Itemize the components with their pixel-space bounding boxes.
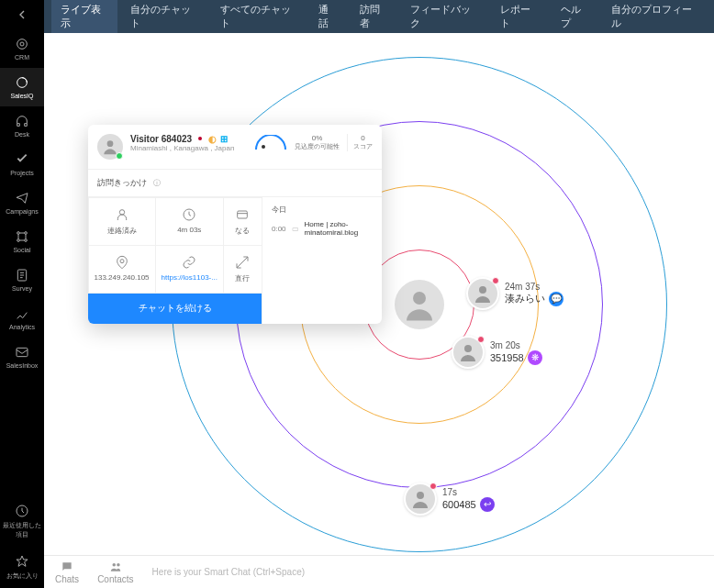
stat-duration: 4m 03s <box>155 197 224 246</box>
sidebar-item-recent[interactable]: 最近使用した項目 <box>0 496 44 547</box>
nav-my-chats[interactable]: 自分のチャット <box>121 0 206 33</box>
visitor-3[interactable]: 17s 600485 ↩ <box>404 483 495 516</box>
center-avatar <box>395 280 444 329</box>
visitor-name: 600485 <box>442 499 476 510</box>
sidebar-collapse[interactable] <box>0 0 44 29</box>
popup-stats-grid: 連絡済み 4m 03s なる 133.249.240.105 <box>88 197 262 293</box>
popup-visitor-id: Visitor 684023 <box>130 134 192 144</box>
svg-point-11 <box>479 286 486 294</box>
nav-visitors[interactable]: 訪問者 <box>351 0 397 33</box>
visitor-name: 湊みらい <box>505 292 545 305</box>
visitor-name: 351958 <box>490 352 524 363</box>
visitor-time: 24m 37s <box>505 282 563 292</box>
stat-url[interactable]: https://los1103-... <box>155 245 224 294</box>
nav-profile[interactable]: 自分のプロフィール <box>602 0 707 33</box>
snowflake-badge-icon: ❋ <box>528 350 542 365</box>
chrome-icon: ◐ <box>208 134 217 144</box>
top-nav: ライブ表示 自分のチャット すべてのチャット 通話 訪問者 フィードバック レポ… <box>44 0 714 33</box>
svg-rect-8 <box>17 348 28 356</box>
visitor-avatar <box>466 277 499 310</box>
stat-ip: 133.249.240.105 <box>88 245 156 294</box>
sidebar-item-campaigns[interactable]: Campaigns <box>0 183 44 222</box>
bottombar-chats[interactable]: Chats <box>55 560 79 584</box>
nav-all-chats[interactable]: すべてのチャット <box>211 0 307 33</box>
svg-point-6 <box>25 239 28 242</box>
svg-point-13 <box>417 492 424 499</box>
visitor-1[interactable]: 24m 37s 湊みらい 💬 <box>466 277 563 310</box>
chat-badge-icon: 💬 <box>549 292 563 306</box>
return-badge-icon: ↩ <box>480 497 495 512</box>
visitor-time: 3m 20s <box>490 340 542 350</box>
bottombar-contacts[interactable]: Contacts <box>97 560 133 584</box>
status-dot-icon <box>430 483 437 490</box>
svg-point-3 <box>17 232 20 235</box>
svg-point-4 <box>25 232 28 235</box>
svg-point-1 <box>20 42 24 46</box>
svg-point-0 <box>17 39 28 50</box>
nav-live-view[interactable]: ライブ表示 <box>51 0 117 33</box>
sidebar-item-favorites[interactable]: お気に入り <box>0 547 44 588</box>
page-icon: ▭ <box>292 225 299 233</box>
smart-chat-hint[interactable]: Here is your Smart Chat (Ctrl+Space) <box>152 567 305 577</box>
svg-point-5 <box>17 239 20 242</box>
svg-point-15 <box>262 145 265 149</box>
visitor-popup: Visitor 684023 ◐ ⊞ Minamiashi , Kanagawa… <box>88 125 382 324</box>
popup-section-trigger: 訪問きっかけ ⓘ <box>88 170 382 197</box>
svg-point-21 <box>117 562 120 566</box>
popup-location: Minamiashi , Kanagawa , Japan <box>130 144 234 152</box>
continue-chat-button[interactable]: チャットを続ける <box>88 293 262 324</box>
stat-country: なる <box>223 197 262 246</box>
sidebar-item-crm[interactable]: CRM <box>0 29 44 68</box>
svg-rect-18 <box>238 211 248 218</box>
nav-reports[interactable]: レポート <box>491 0 548 33</box>
visitor-time: 17s <box>442 487 495 497</box>
windows-icon: ⊞ <box>220 134 228 144</box>
sidebar-item-salesiq[interactable]: SalesIQ <box>0 68 44 106</box>
visitor-2[interactable]: 3m 20s 351958 ❋ <box>452 336 542 369</box>
nav-feedback[interactable]: フィードバック <box>401 0 486 33</box>
nav-calls[interactable]: 通話 <box>309 0 347 33</box>
app-sidebar: CRM SalesIQ Desk Projects Campaigns Soci… <box>0 0 44 588</box>
online-status-icon <box>116 152 123 160</box>
svg-point-19 <box>120 259 124 262</box>
sidebar-item-survey[interactable]: Survey <box>0 261 44 299</box>
sidebar-item-social[interactable]: Social <box>0 222 44 261</box>
popup-header: Visitor 684023 ◐ ⊞ Minamiashi , Kanagawa… <box>88 125 382 170</box>
main-area: ライブ表示 自分のチャット すべてのチャット 通話 訪問者 フィードバック レポ… <box>44 0 714 588</box>
stat-exit: 直行 <box>223 245 262 294</box>
nav-help[interactable]: ヘルプ <box>552 0 598 33</box>
popup-gauge: 0% 見込度の可能性 0 スコア <box>254 134 373 151</box>
svg-point-14 <box>107 140 114 147</box>
sidebar-item-projects[interactable]: Projects <box>0 145 44 183</box>
sidebar-item-analytics[interactable]: Analytics <box>0 299 44 338</box>
svg-point-12 <box>464 345 472 352</box>
info-icon[interactable]: ⓘ <box>153 179 161 187</box>
sidebar-item-salesinbox[interactable]: SalesInbox <box>0 338 44 376</box>
visitor-avatar <box>404 483 437 516</box>
visitor-avatar <box>452 336 485 369</box>
popup-avatar <box>97 134 123 160</box>
popup-activity: 今日 0:00 ▭ Home | zoho-minatomirai.blog <box>262 197 382 244</box>
status-dot-icon <box>477 336 485 343</box>
stat-status: 連絡済み <box>88 197 156 246</box>
bottom-bar: Chats Contacts Here is your Smart Chat (… <box>44 555 714 588</box>
svg-point-16 <box>119 209 124 214</box>
status-dot-icon <box>492 277 499 284</box>
sidebar-item-desk[interactable]: Desk <box>0 106 44 145</box>
rings-canvas: 24m 37s 湊みらい 💬 3m 20s 351958 ❋ <box>44 33 714 555</box>
flag-jp-icon <box>195 136 205 142</box>
svg-point-20 <box>112 562 116 566</box>
svg-point-10 <box>413 292 426 305</box>
